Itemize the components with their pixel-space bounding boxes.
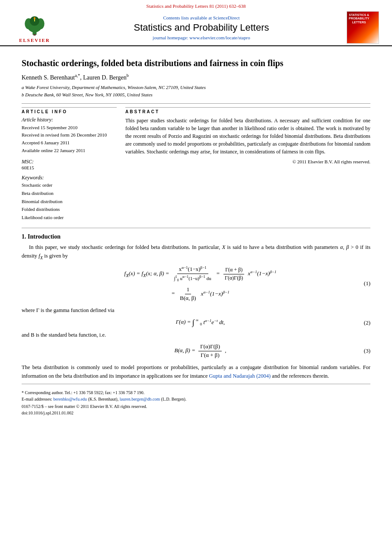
formula-3-content: B(α, β) = Γ(α)Γ(β) Γ(α + β) , [48,343,353,360]
article-info-label: ARTICLE INFO [22,107,117,114]
article-title: Stochastic orderings, folded beta distri… [22,57,370,69]
email-2-link[interactable]: lauren.bergen@db.com [120,397,160,401]
affiliations: a Wake Forest University, Department of … [22,84,370,99]
journal-title: Statistics and Probability Letters [56,22,347,33]
formula-2-block: Γ(α) = ∫ ∞ 0 tα−1e−t dt, (2) [48,318,370,327]
formula-3-number: (3) [353,347,370,354]
two-col-section: ARTICLE INFO Article history: Received 1… [22,107,370,222]
keyword-1: Stochastic order [22,181,117,189]
gupta-ref[interactable]: Gupta and Nadarajah (2004) [209,373,271,379]
footer-divider [22,384,370,384]
where-gamma-text: where Γ is the gamma function defined vi… [22,306,370,315]
license-text: 0167-7152/$ – see front matter © 2011 El… [22,404,370,409]
intro-para1: In this paper, we study stochastic order… [22,243,370,261]
msc-label: MSC: [22,159,117,165]
msc-section: MSC: 60E15 [22,159,117,170]
intro-section-title: 1. Introduction [22,233,370,240]
journal-homepage: journal homepage: www.elsevier.com/locat… [56,35,347,40]
abstract-label: ABSTRACT [125,107,370,114]
email-1-link[interactable]: berenhks@wfu.edu [53,397,87,401]
available-date: Available online 22 January 2011 [22,147,117,155]
divider-top [22,103,370,104]
cover-text: STATISTICS & PROBABILITY LETTERS [349,13,369,24]
keywords-section: Keywords: Stochastic order Beta distribu… [22,175,117,221]
formula-1-content: fX(x) = fX(x; α, β) = xα−1(1−x)β−1 ∫10 u… [48,265,353,303]
beta-distribution-text: The beta distribution is commonly used t… [22,363,370,380]
email-note: E-mail addresses: berenhks@wfu.edu (K.S.… [22,396,370,402]
accepted-date: Accepted 6 January 2011 [22,139,117,147]
formula-2-content: Γ(α) = ∫ ∞ 0 tα−1e−t dt, [48,318,353,327]
and-b-text: and B is the standard beta function, i.e… [22,331,370,339]
abstract-text: This paper studies stochastic orderings … [125,117,370,156]
formula-1-number: (1) [353,280,370,287]
keyword-4: Folded distributions [22,205,117,213]
corresponding-author-note: * Corresponding author. Tel.: +1 336 758… [22,390,370,395]
affiliation-b: b Deutsche Bank, 60 Wall Street, New Yor… [22,91,370,99]
main-content: Stochastic orderings, folded beta distri… [0,46,392,424]
commonly-text: commonly [77,364,100,370]
elsevier-logo: ELSEVIER [13,13,56,43]
formula-3-block: B(α, β) = Γ(α)Γ(β) Γ(α + β) , (3) [48,343,370,360]
article-info-col: ARTICLE INFO Article history: Received 1… [22,107,117,222]
svg-point-7 [34,17,35,19]
journal-cover-image: STATISTICS & PROBABILITY LETTERS [347,11,379,44]
homepage-link[interactable]: www.elsevier.com/locate/stapro [189,35,250,40]
journal-header: Statistics and Probability Letters 81 (2… [0,0,392,46]
elsevier-text: ELSEVIER [19,38,50,43]
sciencedirect-link[interactable]: ScienceDirect [213,15,240,20]
received-date: Received 15 September 2010 [22,124,117,132]
msc-value: 60E15 [22,165,117,170]
abstract-col: ABSTRACT This paper studies stochastic o… [125,107,370,222]
formula-2-number: (2) [353,319,370,326]
keyword-3: Binomial distribution [22,197,117,206]
abstract-copyright: © 2011 Elsevier B.V. All rights reserved… [125,159,370,164]
sciencedirect-label: Contents lists available at ScienceDirec… [56,15,347,20]
revised-date: Received in revised form 26 December 201… [22,131,117,139]
keywords-label: Keywords: [22,175,117,181]
doi-text: doi:10.1016/j.spl.2011.01.002 [22,411,370,415]
authors: Kenneth S. Berenhauta,*, Lauren D. Berge… [22,73,370,81]
formula-1-block: fX(x) = fX(x; α, β) = xα−1(1−x)β−1 ∫10 u… [48,265,370,303]
affiliation-a: a Wake Forest University, Department of … [22,84,370,92]
svg-rect-5 [33,34,35,35]
keyword-5: Likelihood ratio order [22,213,117,222]
journal-center: Contents lists available at ScienceDirec… [56,15,347,40]
history-label: Article history: [22,117,117,123]
page-footer: * Corresponding author. Tel.: +1 336 758… [22,388,370,415]
divider-intro [22,228,370,228]
keyword-2: Beta distribution [22,189,117,197]
journal-citation: Statistics and Probability Letters 81 (2… [9,3,383,9]
journal-banner: ELSEVIER Contents lists available at Sci… [9,11,383,44]
